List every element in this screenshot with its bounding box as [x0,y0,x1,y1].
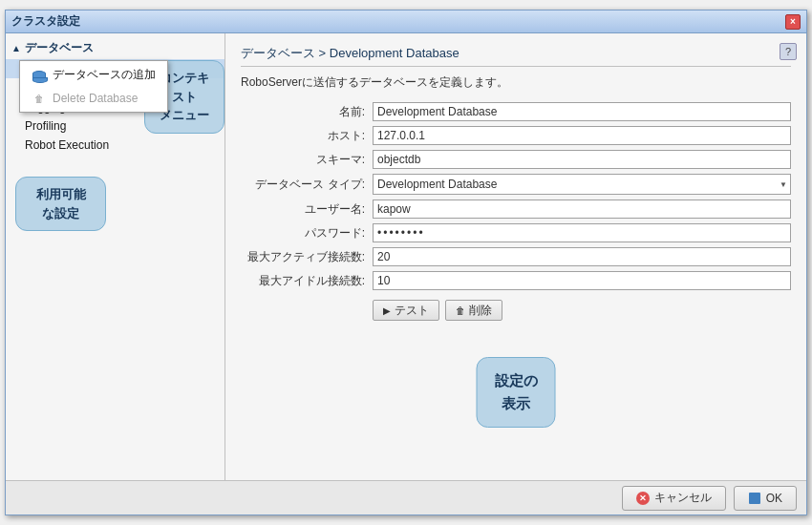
test-icon: ▶ [383,305,391,316]
label-username: ユーザー名: [241,201,365,218]
label-name: 名前: [241,104,365,120]
sidebar-section-label: データベース [25,40,94,56]
sidebar-section-header: ▲ データベース [6,37,224,59]
select-wrapper-db-type: Development Database [373,174,791,195]
context-menu-delete: 🗑 Delete Database [20,87,167,110]
label-host: ホスト: [241,128,365,144]
label-schema: スキーマ: [241,152,365,168]
cancel-icon: ✕ [636,492,650,505]
input-max-active[interactable] [373,247,791,266]
panel-breadcrumb: データベース > Development Database [241,45,791,67]
test-label: テスト [395,303,429,319]
action-buttons: ▶ テスト 🗑 削除 [241,300,791,321]
footer: ✕ キャンセル OK [6,480,806,514]
section-arrow-icon: ▲ [11,43,21,53]
dialog-title: クラスタ設定 [11,13,80,30]
input-schema[interactable] [373,150,791,169]
input-max-idle[interactable] [373,271,791,290]
delete-label: 削除 [469,303,492,319]
input-name[interactable] [373,102,791,121]
input-password[interactable] [373,223,791,242]
add-database-icon [32,68,47,83]
context-menu-add[interactable]: データベースの追加 [20,63,167,87]
label-password: パスワード: [241,225,365,242]
delete-button[interactable]: 🗑 削除 [445,300,502,321]
ok-icon [748,492,761,505]
select-db-type[interactable]: Development Database [373,174,791,195]
cancel-button[interactable]: ✕ キャンセル [622,486,726,511]
sidebar-item-robot-execution[interactable]: Robot Execution [6,136,224,155]
context-menu-delete-label: Delete Database [53,92,138,105]
label-max-active: 最大アクティブ接続数: [241,249,365,265]
dialog: クラスタ設定 × ▲ データベース Development Database P… [5,10,807,515]
cancel-label: キャンセル [654,490,712,506]
ok-label: OK [766,492,782,505]
input-host[interactable] [373,126,791,145]
label-max-idle: 最大アイドル接続数: [241,273,365,289]
title-bar: クラスタ設定 × [6,10,806,33]
context-menu: データベースの追加 🗑 Delete Database [19,60,168,113]
sidebar: ▲ データベース Development Database Proxy Serv… [6,33,225,480]
right-panel: データベース > Development Database RoboServer… [225,33,806,480]
panel-description: RoboServerに送信するデータベースを定義します。 [241,74,791,91]
delete-icon: 🗑 [456,305,465,316]
main-content: ▲ データベース Development Database Proxy Serv… [6,33,806,480]
ok-button[interactable]: OK [734,486,797,511]
help-button[interactable]: ? [780,43,797,60]
delete-database-icon: 🗑 [32,91,47,106]
form-grid: 名前: ホスト: スキーマ: データベース タイプ: Development D… [241,102,791,290]
context-menu-add-label: データベースの追加 [53,67,156,83]
label-db-type: データベース タイプ: [241,177,365,193]
annotation-display-settings: 設定の表示 [477,357,556,428]
close-button[interactable]: × [785,14,801,30]
annotation-available-settings: 利用可能な設定 [15,177,106,231]
input-username[interactable] [373,200,791,219]
test-button[interactable]: ▶ テスト [373,300,439,321]
